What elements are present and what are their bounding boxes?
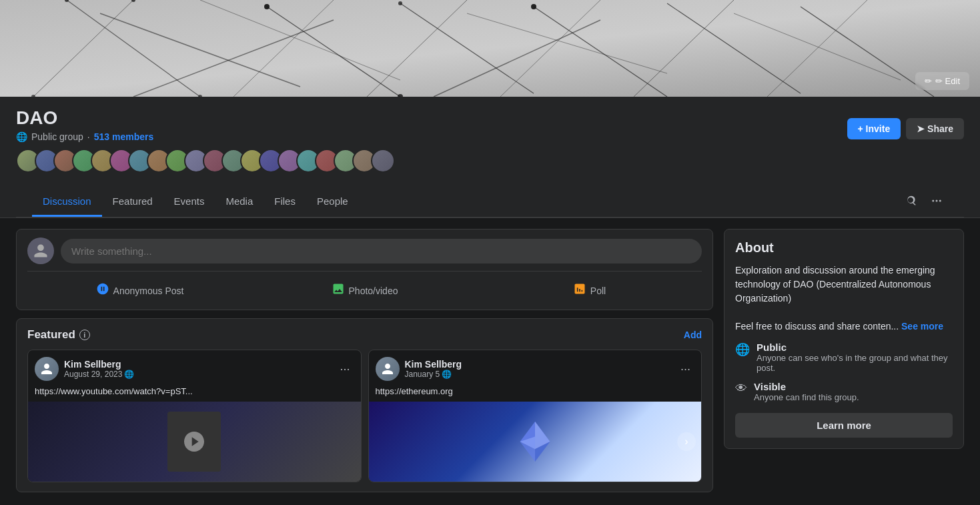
compose-input[interactable] — [61, 239, 702, 264]
cover-photo: ✏ ✏ Edit — [0, 0, 980, 97]
featured-section: Featured i Add Kim Sellberg — [16, 318, 713, 492]
learn-more-button[interactable]: Learn more — [735, 413, 953, 438]
post-composer: Anonymous Post Photo/video Poll — [16, 229, 713, 310]
tab-media[interactable]: Media — [215, 187, 264, 217]
card-author-name-2: Kim Sellberg — [405, 359, 462, 370]
visible-sub: Anyone can find this group. — [754, 392, 859, 402]
group-info-area: DAO 🌐 Public group · 513 members — [0, 97, 980, 218]
poll-icon — [573, 282, 586, 299]
svg-point-30 — [939, 199, 941, 201]
invite-label: + Invite — [858, 123, 891, 134]
see-more-link[interactable]: See more — [901, 321, 943, 332]
main-content: Anonymous Post Photo/video Poll — [0, 218, 980, 503]
about-public-row: 🌐 Public Anyone can see who's in the gro… — [735, 342, 953, 373]
card-url-2: https://ethereum.org — [369, 384, 702, 402]
edit-cover-button[interactable]: ✏ ✏ Edit — [915, 72, 969, 90]
public-sub: Anyone can see who's in the group and wh… — [757, 353, 953, 373]
left-column: Anonymous Post Photo/video Poll — [16, 229, 713, 492]
group-name: DAO — [16, 107, 390, 129]
more-tab-button[interactable] — [925, 189, 948, 215]
svg-point-28 — [932, 199, 934, 201]
members-avatars — [16, 149, 390, 173]
card-author-avatar-2 — [376, 357, 400, 381]
eye-icon: 👁 — [735, 382, 747, 396]
card-author-name-1: Kim Sellberg — [64, 359, 134, 370]
about-visible-row: 👁 Visible Anyone can find this group. — [735, 381, 953, 402]
card-more-button-2[interactable]: ··· — [676, 361, 694, 378]
about-description: Exploration and discussion around the em… — [735, 264, 953, 334]
card-date-1: August 29, 2023 🌐 — [64, 370, 134, 379]
group-meta: 🌐 Public group · 513 members — [16, 131, 390, 142]
featured-title: Featured — [27, 328, 75, 342]
svg-point-23 — [398, 1, 402, 5]
edit-label: ✏ Edit — [935, 76, 960, 86]
poll-label: Poll — [590, 286, 606, 296]
tab-featured[interactable]: Featured — [102, 187, 163, 217]
svg-marker-32 — [535, 422, 550, 449]
search-tab-button[interactable] — [900, 189, 923, 215]
svg-point-29 — [936, 199, 938, 201]
edit-icon: ✏ — [925, 76, 932, 86]
right-column: About Exploration and discussion around … — [724, 229, 964, 449]
about-card: About Exploration and discussion around … — [724, 229, 964, 449]
card-thumbnail-2: › — [369, 402, 702, 482]
add-featured-button[interactable]: Add — [684, 330, 702, 340]
share-button[interactable]: ➤ Share — [906, 118, 964, 139]
anonymous-post-button[interactable]: Anonymous Post — [27, 277, 252, 304]
svg-point-24 — [531, 4, 536, 9]
poll-button[interactable]: Poll — [477, 277, 702, 304]
share-label: ➤ Share — [917, 123, 953, 134]
tab-people[interactable]: People — [306, 187, 359, 217]
featured-info-icon[interactable]: i — [79, 330, 90, 340]
svg-rect-1 — [0, 0, 980, 97]
members-count: 513 members — [94, 131, 154, 142]
card-author-avatar-1 — [35, 357, 59, 381]
featured-cards: Kim Sellberg August 29, 2023 🌐 ··· https… — [27, 350, 702, 482]
photo-video-button[interactable]: Photo/video — [252, 277, 477, 304]
tabs-bar: Discussion Featured Events Media Files P… — [16, 187, 964, 217]
composer-avatar — [27, 237, 54, 264]
featured-card-2: Kim Sellberg January 5 🌐 ··· https://eth… — [368, 350, 702, 482]
globe-icon: 🌐 — [16, 131, 27, 142]
globe-icon: 🌐 — [735, 342, 750, 357]
anonymous-label: Anonymous Post — [113, 286, 184, 296]
public-label: Public — [757, 342, 953, 353]
about-title: About — [735, 240, 953, 256]
avatar — [371, 149, 395, 173]
card-thumbnail-1 — [28, 402, 361, 482]
svg-point-22 — [264, 4, 270, 9]
tab-files[interactable]: Files — [264, 187, 306, 217]
photo-icon — [332, 282, 345, 299]
photo-label: Photo/video — [349, 286, 398, 296]
card-url-1: https://www.youtube.com/watch?v=pST... — [28, 384, 361, 402]
featured-next-button[interactable]: › — [677, 432, 696, 451]
featured-card-1: Kim Sellberg August 29, 2023 🌐 ··· https… — [27, 350, 362, 482]
card-date-2: January 5 🌐 — [405, 370, 462, 379]
group-visibility: Public group — [31, 131, 83, 142]
card-more-button-1[interactable]: ··· — [336, 361, 354, 378]
tab-discussion[interactable]: Discussion — [32, 187, 102, 217]
tab-events[interactable]: Events — [163, 187, 215, 217]
invite-button[interactable]: + Invite — [847, 118, 901, 139]
visible-label: Visible — [754, 381, 859, 392]
anonymous-icon — [96, 282, 109, 299]
